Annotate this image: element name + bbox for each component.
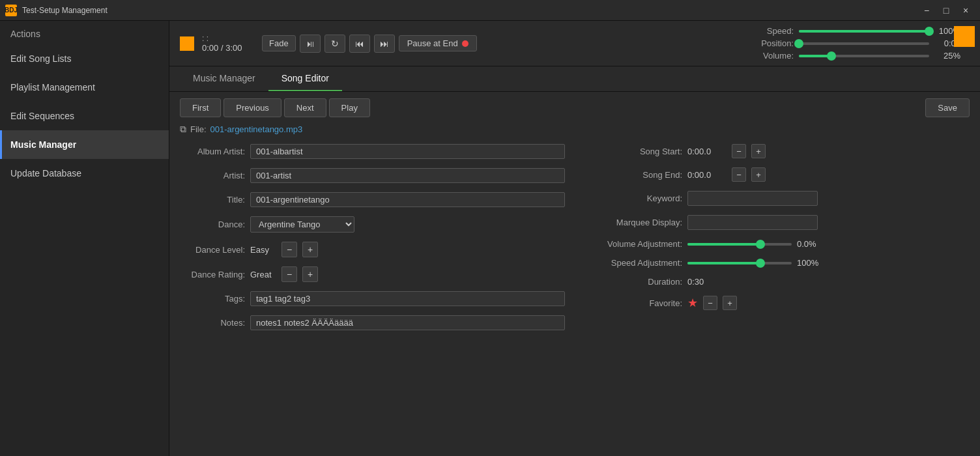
tab-song-editor[interactable]: Song Editor — [268, 66, 342, 91]
save-button[interactable]: Save — [925, 98, 970, 117]
field-row-artist: Artist: — [180, 168, 565, 183]
prev-track-button[interactable]: ⏮ — [349, 35, 370, 53]
fields-left: Album Artist: Artist: Title: — [180, 144, 565, 339]
sidebar-item-edit-song-lists[interactable]: Edit Song Lists — [0, 44, 169, 73]
speed-slider[interactable] — [799, 30, 929, 33]
volume-adjustment-slider[interactable] — [687, 243, 792, 246]
sidebar-item-edit-sequences[interactable]: Edit Sequences — [0, 102, 169, 130]
field-row-duration: Duration: 0:30 — [584, 277, 970, 287]
speed-adjustment-fill — [687, 262, 760, 264]
play-pause-icon: ⏯ — [306, 38, 315, 49]
minimize-button[interactable]: − — [917, 3, 936, 18]
field-row-volume-adjustment: Volume Adjustment: 0.0% — [584, 239, 970, 249]
song-end-increment[interactable]: + — [751, 167, 766, 182]
song-start-value: 0:00.0 — [687, 147, 727, 156]
dance-level-stepper: Easy − + — [250, 242, 318, 257]
song-end-decrement[interactable]: − — [732, 167, 746, 182]
player-dots: : : — [202, 34, 209, 43]
dance-label: Dance: — [180, 220, 245, 229]
previous-button[interactable]: Previous — [223, 98, 281, 117]
position-slider[interactable] — [799, 42, 929, 45]
restore-button[interactable]: □ — [937, 3, 955, 18]
next-button[interactable]: Next — [284, 98, 326, 117]
file-name: 001-argentinetango.mp3 — [210, 124, 303, 134]
field-row-title: Title: — [180, 192, 565, 207]
dance-rating-label: Dance Rating: — [180, 270, 245, 279]
field-row-dance: Dance: Argentine Tango Waltz Tango Foxtr… — [180, 216, 565, 233]
song-start-increment[interactable]: + — [751, 144, 766, 158]
volume-slider[interactable] — [799, 55, 929, 57]
song-end-stepper: 0:00.0 − + — [687, 167, 766, 182]
favorite-star-icon[interactable]: ★ — [687, 296, 698, 310]
album-artist-input[interactable] — [250, 144, 565, 159]
favorite-decrement[interactable]: − — [703, 296, 717, 310]
field-row-song-end: Song End: 0:00.0 − + — [584, 167, 970, 182]
close-button[interactable]: × — [957, 3, 975, 18]
first-button[interactable]: First — [180, 98, 221, 117]
player-status-indicator — [180, 36, 194, 51]
app-icon: BDJ — [5, 5, 17, 16]
window-title: Test-Setup Management — [22, 6, 917, 15]
play-button[interactable]: Play — [329, 98, 370, 117]
song-end-value: 0:00.0 — [687, 170, 727, 180]
dance-level-decrement[interactable]: − — [281, 242, 297, 257]
fade-button[interactable]: Fade — [262, 35, 296, 51]
speed-adjustment-slider[interactable] — [687, 262, 792, 264]
next-track-button[interactable]: ⏭ — [374, 35, 395, 53]
notes-input[interactable] — [250, 315, 565, 330]
speed-label: Speed: — [748, 26, 794, 36]
dance-rating-value: Great — [250, 270, 276, 279]
position-slider-thumb — [794, 39, 803, 48]
repeat-button[interactable]: ↻ — [324, 35, 345, 53]
marquee-display-input[interactable] — [687, 215, 818, 230]
dance-rating-decrement[interactable]: − — [281, 266, 297, 282]
field-row-tags: Tags: — [180, 291, 565, 306]
song-start-label: Song Start: — [584, 147, 682, 156]
fields-container: Album Artist: Artist: Title: — [180, 144, 970, 339]
dance-rating-increment[interactable]: + — [302, 266, 318, 282]
tab-music-manager[interactable]: Music Manager — [180, 66, 268, 91]
next-icon: ⏭ — [380, 38, 389, 49]
player-right-controls: Speed: 100% Position: 0:00 — [748, 26, 970, 61]
editor-area: First Previous Next Play Save ⧉ File: 00… — [169, 92, 980, 456]
sidebar-item-music-manager[interactable]: Music Manager — [0, 130, 169, 159]
tags-input[interactable] — [250, 291, 565, 306]
sidebar-item-update-database[interactable]: Update Database — [0, 159, 169, 188]
volume-label: Volume: — [748, 51, 794, 61]
player-controls: Fade ⏯ ↻ ⏮ ⏭ Pause at End — [262, 35, 477, 53]
player-time-section: : : 0:00 / 3:00 — [202, 34, 254, 53]
speed-adjustment-value: 100% — [797, 258, 836, 268]
file-copy-icon: ⧉ — [180, 124, 186, 135]
field-row-notes: Notes: — [180, 315, 565, 330]
field-row-keyword: Keyword: — [584, 191, 970, 206]
field-row-speed-adjustment: Speed Adjustment: 100% — [584, 258, 970, 268]
speed-adjustment-thumb — [756, 259, 765, 268]
notes-label: Notes: — [180, 318, 245, 328]
artist-input[interactable] — [250, 168, 565, 183]
speed-slider-fill — [799, 30, 929, 33]
window-controls: − □ × — [917, 3, 975, 18]
dance-select[interactable]: Argentine Tango Waltz Tango Foxtrot — [250, 216, 354, 233]
sidebar-item-playlist-management[interactable]: Playlist Management — [0, 73, 169, 102]
field-row-dance-rating: Dance Rating: Great − + — [180, 266, 565, 282]
speed-slider-thumb — [925, 27, 934, 36]
song-end-label: Song End: — [584, 170, 682, 180]
title-input[interactable] — [250, 192, 565, 207]
sidebar-actions-header: Actions — [0, 21, 169, 44]
duration-value: 0:30 — [687, 277, 727, 287]
dance-level-label: Dance Level: — [180, 245, 245, 255]
play-pause-button[interactable]: ⏯ — [300, 35, 321, 53]
repeat-icon: ↻ — [331, 38, 339, 49]
file-label: File: — [190, 124, 207, 134]
keyword-input[interactable] — [687, 191, 818, 206]
favorite-increment[interactable]: + — [723, 296, 737, 310]
volume-adjustment-value: 0.0% — [797, 239, 836, 249]
player-time-display: 0:00 / 3:00 — [202, 43, 242, 53]
field-row-dance-level: Dance Level: Easy − + — [180, 242, 565, 257]
prev-icon: ⏮ — [355, 38, 364, 49]
dance-level-increment[interactable]: + — [302, 242, 318, 257]
volume-adjustment-thumb — [756, 240, 765, 249]
song-start-decrement[interactable]: − — [732, 144, 746, 158]
pause-at-end-button[interactable]: Pause at End — [399, 35, 477, 51]
dance-rating-stepper: Great − + — [250, 266, 318, 282]
